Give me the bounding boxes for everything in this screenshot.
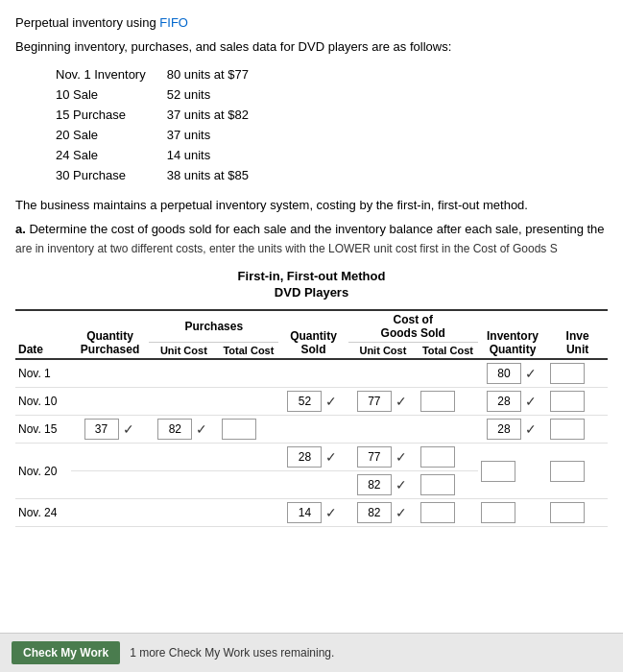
item-label: 15 Purchase (56, 106, 165, 124)
intro-line: Beginning inventory, purchases, and sale… (15, 39, 608, 54)
cogs-uc-input[interactable] (357, 502, 392, 523)
cogs-uc-cell (348, 359, 418, 388)
purch-uc-cell (149, 444, 218, 471)
cogs-uc-cell: ✓ (348, 444, 418, 471)
purch-uc-cell: ✓ (149, 416, 218, 444)
inv-uc-cell (547, 499, 608, 527)
note-line: The business maintains a perpetual inven… (15, 198, 608, 212)
qty-purch-cell (71, 359, 149, 388)
inv-qty-input[interactable] (487, 363, 521, 384)
inv-uc-input[interactable] (550, 502, 585, 523)
method-subtitle: DVD Players (15, 285, 608, 300)
cogs-uc-input[interactable] (357, 474, 392, 495)
inv-qty-input[interactable] (487, 391, 521, 412)
check-icon: ✓ (395, 394, 407, 409)
cogs-uc-input[interactable] (357, 391, 392, 412)
qty-sold-cell (278, 416, 347, 444)
list-item: Nov. 1 Inventory 80 units at $77 (56, 65, 268, 84)
qty-sold-input[interactable] (287, 391, 322, 412)
item-label: 24 Sale (56, 146, 165, 164)
cogs-tc-cell (418, 359, 478, 388)
item-label: Nov. 1 Inventory (56, 65, 165, 84)
cogs-tc-cell (418, 444, 478, 471)
purch-tc-cell (219, 359, 279, 388)
col-header-inv-uc: InveUnit (547, 310, 608, 359)
cogs-uc-cell: ✓ (348, 499, 418, 527)
item-value: 38 units at $85 (167, 166, 268, 184)
qty-sold-input[interactable] (287, 502, 322, 523)
inv-uc-cell (547, 444, 608, 499)
qty-purch-cell (71, 471, 149, 499)
purch-tc-cell (219, 388, 279, 416)
instruction-a-bold: a. (15, 222, 26, 236)
remaining-text: 1 more Check My Work uses remaining. (130, 646, 334, 660)
inv-qty-cell: ✓ (478, 388, 547, 416)
inv-uc-input[interactable] (550, 391, 585, 412)
check-icon: ✓ (325, 394, 337, 409)
item-value: 52 units (167, 85, 268, 104)
item-label: 20 Sale (56, 126, 165, 144)
col-subheader-cogs-tc: Total Cost (418, 343, 478, 360)
inv-uc-cell (547, 359, 608, 388)
instruction-b: are in inventory at two different costs,… (15, 242, 608, 255)
cogs-tc-input[interactable] (420, 474, 455, 495)
list-item: 20 Sale 37 units (56, 126, 268, 144)
purch-uc-cell (149, 499, 218, 527)
col-subheader-cogs-uc: Unit Cost (348, 343, 418, 360)
qty-sold-cell: ✓ (278, 388, 347, 416)
instruction-a: a. Determine the cost of goods sold for … (15, 222, 608, 236)
inv-qty-input[interactable] (481, 461, 515, 482)
check-icon: ✓ (325, 505, 337, 520)
col-header-inv-qty: InventoryQuantity (478, 310, 547, 359)
purch-tc-input[interactable] (222, 419, 256, 440)
page: Perpetual inventory using FIFO Beginning… (0, 0, 623, 672)
inv-uc-input[interactable] (550, 461, 585, 482)
check-icon: ✓ (395, 505, 407, 520)
qty-purch-cell: ✓ (71, 416, 149, 444)
item-value: 37 units (167, 126, 268, 144)
inv-uc-input[interactable] (550, 363, 585, 384)
inv-qty-cell (478, 444, 547, 499)
inv-qty-input[interactable] (481, 502, 515, 523)
date-cell: Nov. 15 (15, 416, 71, 444)
list-item: 10 Sale 52 units (56, 85, 268, 104)
qty-sold-cell (278, 471, 347, 499)
check-icon: ✓ (196, 421, 207, 437)
inv-uc-cell (547, 388, 608, 416)
check-my-work-button[interactable]: Check My Work (12, 641, 120, 664)
cogs-uc-input[interactable] (357, 446, 392, 468)
inv-qty-cell (478, 499, 547, 527)
inv-uc-input[interactable] (550, 419, 585, 440)
col-header-cogs: Cost ofGoods Sold (348, 310, 478, 343)
col-header-purchases: Purchases (149, 310, 278, 343)
date-cell: Nov. 24 (15, 499, 71, 527)
qty-purch-cell (71, 444, 149, 471)
check-icon: ✓ (325, 449, 337, 465)
qty-sold-cell: ✓ (278, 499, 347, 527)
purch-uc-input[interactable] (157, 419, 192, 440)
purch-tc-cell (219, 444, 279, 471)
item-label: 30 Purchase (56, 166, 165, 184)
date-cell: Nov. 10 (15, 388, 71, 416)
cogs-tc-input[interactable] (420, 446, 455, 468)
main-table: Date QuantityPurchased Purchases Quantit… (15, 309, 608, 527)
col-header-qty-sold: QuantitySold (278, 310, 347, 359)
qty-purch-input[interactable] (84, 419, 119, 440)
table-row: Nov. 15 ✓ ✓ (15, 416, 608, 444)
table-row: Nov. 24 ✓ ✓ (15, 499, 608, 527)
cogs-uc-cell (348, 416, 418, 444)
purch-tc-cell (219, 499, 279, 527)
cogs-tc-input[interactable] (420, 502, 455, 523)
qty-sold-input[interactable] (287, 446, 322, 468)
table-row: Nov. 20 ✓ ✓ (15, 444, 608, 471)
cogs-tc-input[interactable] (420, 391, 455, 412)
purch-uc-cell (149, 471, 218, 499)
cogs-tc-cell (418, 471, 478, 499)
item-value: 80 units at $77 (167, 65, 268, 84)
inv-qty-cell: ✓ (478, 359, 547, 388)
purch-tc-cell (219, 471, 279, 499)
col-subheader-purch-tc: Total Cost (219, 343, 279, 360)
check-icon: ✓ (525, 366, 537, 381)
check-icon: ✓ (525, 394, 537, 409)
inv-qty-input[interactable] (487, 419, 521, 440)
